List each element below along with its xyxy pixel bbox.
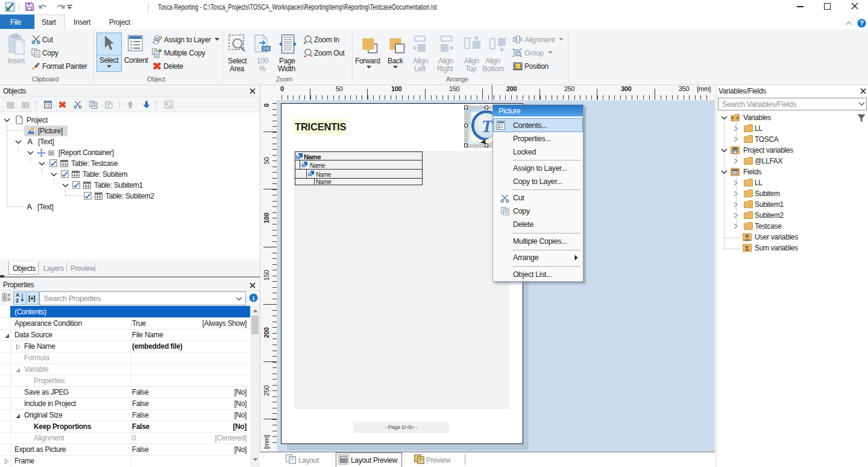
svg-text:100: 100 bbox=[263, 46, 270, 51]
svg-text:T: T bbox=[482, 116, 494, 136]
svg-text:i: i bbox=[253, 294, 254, 302]
svg-text:?: ? bbox=[860, 19, 864, 27]
svg-text:Σ: Σ bbox=[745, 245, 749, 252]
